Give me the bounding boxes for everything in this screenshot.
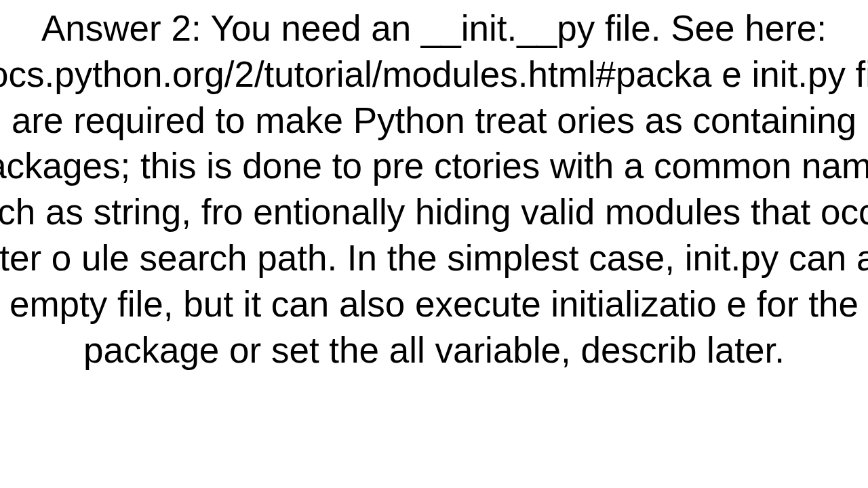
answer-text-body: Answer 2: You need an __init.__py file. …	[0, 5, 868, 373]
